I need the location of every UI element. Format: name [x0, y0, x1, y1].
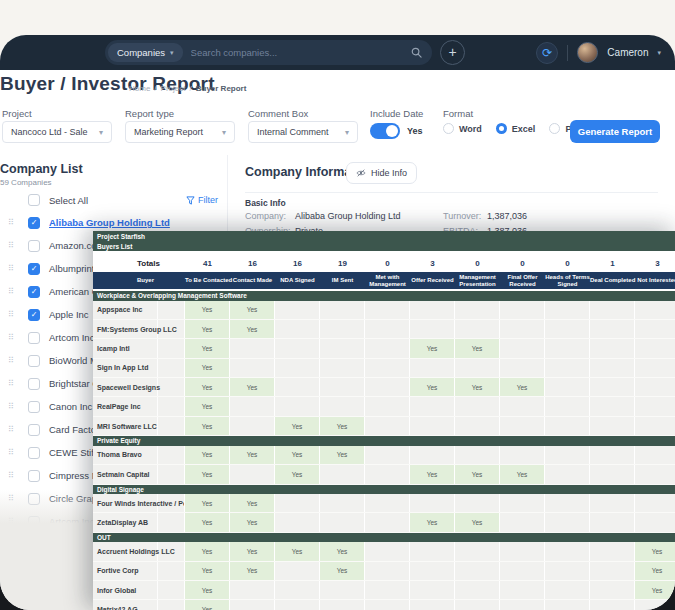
- status-cell[interactable]: [365, 397, 410, 415]
- status-cell[interactable]: [590, 339, 635, 357]
- status-cell[interactable]: [275, 301, 320, 319]
- drag-handle-icon[interactable]: ⠿: [8, 402, 13, 411]
- status-cell[interactable]: [275, 513, 320, 531]
- status-cell[interactable]: [545, 359, 590, 377]
- status-cell[interactable]: [230, 581, 275, 599]
- status-cell[interactable]: [410, 397, 455, 415]
- table-row[interactable]: Accruent Holdings LLCYesYesYesYesYes: [93, 542, 675, 561]
- drag-handle-icon[interactable]: ⠿: [8, 310, 13, 319]
- status-cell[interactable]: Yes: [185, 581, 230, 599]
- status-cell[interactable]: Yes: [230, 494, 275, 512]
- status-cell[interactable]: [365, 301, 410, 319]
- company-checkbox[interactable]: ✓: [28, 286, 40, 298]
- status-cell[interactable]: Yes: [230, 513, 275, 531]
- status-cell[interactable]: [545, 339, 590, 357]
- status-cell[interactable]: Yes: [185, 417, 230, 435]
- status-cell[interactable]: [410, 301, 455, 319]
- status-cell[interactable]: [365, 359, 410, 377]
- status-cell[interactable]: Yes: [185, 562, 230, 580]
- status-cell[interactable]: Yes: [455, 339, 500, 357]
- status-cell[interactable]: [320, 339, 365, 357]
- status-cell[interactable]: [455, 320, 500, 338]
- status-cell[interactable]: [545, 417, 590, 435]
- status-cell[interactable]: [500, 513, 545, 531]
- format-option-word[interactable]: Word: [443, 123, 482, 134]
- status-cell[interactable]: [500, 562, 545, 580]
- status-cell[interactable]: [320, 301, 365, 319]
- status-cell[interactable]: [635, 359, 675, 377]
- status-cell[interactable]: [320, 581, 365, 599]
- company-checkbox[interactable]: [28, 378, 40, 390]
- status-cell[interactable]: Yes: [320, 542, 365, 560]
- status-cell[interactable]: [590, 301, 635, 319]
- status-cell[interactable]: [410, 417, 455, 435]
- status-cell[interactable]: [455, 581, 500, 599]
- status-cell[interactable]: [500, 359, 545, 377]
- status-cell[interactable]: [545, 446, 590, 464]
- status-cell[interactable]: [545, 465, 590, 483]
- status-cell[interactable]: [500, 600, 545, 610]
- status-cell[interactable]: Yes: [275, 446, 320, 464]
- company-checkbox[interactable]: [28, 447, 40, 459]
- status-cell[interactable]: [590, 513, 635, 531]
- include-date-toggle[interactable]: [370, 123, 400, 139]
- status-cell[interactable]: [590, 359, 635, 377]
- status-cell[interactable]: [590, 465, 635, 483]
- radio-icon[interactable]: [496, 123, 507, 134]
- drag-handle-icon[interactable]: ⠿: [8, 333, 13, 342]
- table-row[interactable]: Setmain CapitalYesYesYesYesYes: [93, 465, 675, 484]
- company-checkbox[interactable]: [28, 424, 40, 436]
- search-input[interactable]: [183, 47, 411, 58]
- status-cell[interactable]: Yes: [185, 320, 230, 338]
- status-cell[interactable]: Yes: [275, 542, 320, 560]
- status-cell[interactable]: [275, 600, 320, 610]
- status-cell[interactable]: Yes: [185, 600, 230, 610]
- status-cell[interactable]: [500, 494, 545, 512]
- status-cell[interactable]: [545, 542, 590, 560]
- status-cell[interactable]: [275, 378, 320, 396]
- breadcrumb-project[interactable]: Project: [161, 84, 186, 93]
- status-cell[interactable]: [590, 494, 635, 512]
- table-row[interactable]: Spacewell DesignsYesYesYesYesYes: [93, 378, 675, 397]
- status-cell[interactable]: Yes: [635, 562, 675, 580]
- table-row[interactable]: Fortive CorpYesYesYesYes: [93, 562, 675, 581]
- status-cell[interactable]: [590, 542, 635, 560]
- status-cell[interactable]: [635, 513, 675, 531]
- status-cell[interactable]: [410, 600, 455, 610]
- global-search-bar[interactable]: Companies ▾: [105, 40, 432, 65]
- status-cell[interactable]: [635, 320, 675, 338]
- status-cell[interactable]: Yes: [635, 581, 675, 599]
- status-cell[interactable]: [230, 339, 275, 357]
- select-all-checkbox[interactable]: [28, 194, 40, 206]
- status-cell[interactable]: [365, 417, 410, 435]
- status-cell[interactable]: [365, 494, 410, 512]
- drag-handle-icon[interactable]: ⠿: [8, 471, 13, 480]
- status-cell[interactable]: [590, 417, 635, 435]
- status-cell[interactable]: [500, 320, 545, 338]
- status-cell[interactable]: [410, 562, 455, 580]
- status-cell[interactable]: [500, 446, 545, 464]
- table-row[interactable]: ZetaDisplay ABYesYesYesYes: [93, 513, 675, 532]
- table-row[interactable]: Matrix42 AGYes: [93, 600, 675, 610]
- status-cell[interactable]: [500, 417, 545, 435]
- table-row[interactable]: FM:Systems Group LLCYesYes: [93, 320, 675, 339]
- status-cell[interactable]: [275, 562, 320, 580]
- status-cell[interactable]: Yes: [410, 339, 455, 357]
- hide-info-button[interactable]: Hide Info: [346, 162, 417, 184]
- status-cell[interactable]: [635, 417, 675, 435]
- status-cell[interactable]: Yes: [185, 494, 230, 512]
- refresh-icon[interactable]: ⟳: [536, 42, 558, 64]
- status-cell[interactable]: [635, 339, 675, 357]
- status-cell[interactable]: [320, 513, 365, 531]
- status-cell[interactable]: [275, 494, 320, 512]
- user-chevron-down-icon[interactable]: ▾: [657, 49, 661, 56]
- status-cell[interactable]: [410, 542, 455, 560]
- status-cell[interactable]: [455, 397, 500, 415]
- breadcrumb-home[interactable]: Home: [129, 84, 150, 93]
- status-cell[interactable]: [320, 378, 365, 396]
- status-cell[interactable]: [320, 494, 365, 512]
- user-avatar[interactable]: [577, 42, 598, 63]
- status-cell[interactable]: Yes: [635, 542, 675, 560]
- company-checkbox[interactable]: [28, 332, 40, 344]
- table-row[interactable]: Infor GlobalYesYes: [93, 581, 675, 600]
